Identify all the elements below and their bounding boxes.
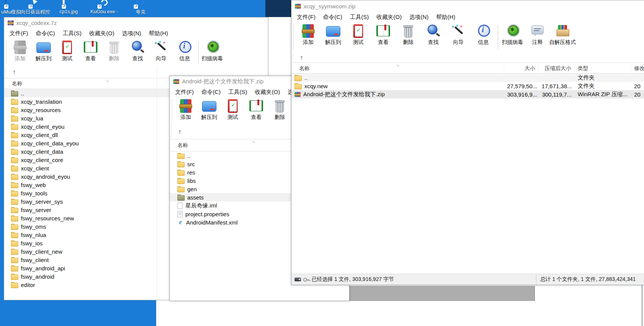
menu-item[interactable]: 命令(C) [32,29,59,38]
file-type-icon [177,162,185,167]
file-name: xcqy_client_eyou [21,123,64,130]
menu-item[interactable]: 文件(F) [293,13,319,22]
toolbar-icon [82,40,99,55]
toolbar-button[interactable]: 信息 [471,23,496,46]
toolbar-icon [425,23,442,39]
desktop-icon-sunflower[interactable]: 向日葵远程控 [19,0,52,16]
file-row[interactable]: xcqy.new 27,579,50... 17,671,38... 文件夹 2… [291,82,644,90]
file-name: xcqy_client_data_eyou [21,140,79,147]
titlebar[interactable]: xcqy_syymwcom.zip [291,0,644,12]
file-type-icon [11,216,18,221]
menu-item[interactable]: 命令(C) [319,13,346,22]
toolbar-button[interactable]: 注释 [525,23,550,46]
file-name: 星辰奇缘.iml [185,202,217,209]
sort-chevron-icon [396,63,400,67]
toolbar-button[interactable]: 解压到 [32,40,55,62]
menu-item[interactable]: 收藏夹(O) [373,13,406,22]
menu-item[interactable]: 文件(F) [6,29,32,38]
up-one-level-button[interactable]: ↑ [174,128,185,135]
file-type-icon [11,175,18,180]
toolbar-button[interactable]: 信息 [173,40,196,62]
menu-item[interactable]: 帮助(H) [145,29,172,38]
toolbar-button[interactable]: 测试 [221,98,244,121]
menu-item[interactable]: 选项(N) [406,13,432,22]
address-row: ↑ [291,52,644,63]
file-packed-size: 17,671,38... [539,83,575,89]
column-name[interactable]: 名称 [4,80,22,87]
column-type[interactable]: 类型 [575,65,631,72]
toolbar-button[interactable]: 添加 [8,40,32,62]
toolbar-icon [59,40,75,55]
toolbar-button[interactable]: 解压到 [197,98,221,121]
file-name: .. [187,153,190,159]
column-packed-size[interactable]: 压缩后大小 [539,65,575,72]
toolbar-icon [201,98,218,114]
desktop-icon-quark[interactable]: 夸克 [124,0,157,16]
toolbar-button[interactable]: 解压到 [321,23,346,46]
menu-item[interactable]: 工具(S) [346,13,373,22]
column-name[interactable]: 名称 [170,142,188,149]
shortcut-arrow-icon [4,5,8,9]
column-size[interactable]: 大小 [504,65,539,72]
menu-item[interactable]: 收藏夹(O) [251,88,284,97]
toolbar-button[interactable]: 查看 [79,40,102,62]
toolbar-button[interactable]: 删除 [102,40,126,62]
file-name: editor [21,282,35,288]
file-type-icon [11,191,18,197]
toolbar-button[interactable]: 查找 [126,40,149,62]
toolbar-icon [300,23,317,39]
toolbar-icon [12,40,28,55]
toolbar-button[interactable]: 删除 [268,98,291,121]
toolbar-icon [350,23,367,39]
up-one-level-button[interactable]: ↑ [9,69,20,75]
toolbar-button[interactable]: 测试 [346,23,371,46]
file-type-icon [295,76,302,81]
toolbar-button[interactable]: 向导 [149,40,173,62]
menu-item[interactable]: 工具(S) [224,88,251,97]
window-title: xcqy_syymwcom.zip [304,3,356,9]
toolbar-icon [529,23,546,39]
toolbar-button[interactable]: 删除 [396,23,421,46]
menu-item[interactable]: 文件(F) [171,88,197,97]
menu-item[interactable]: 工具(S) [59,29,85,38]
toolbar-button[interactable]: 查找 [421,23,446,46]
list-header: 名称 大小 压缩后大小 类型 修改时间 [291,63,644,73]
toolbar-button[interactable]: 向导 [446,23,471,46]
desktop-wallpaper-bottom [0,299,156,326]
desktop-icon-label: KuGou.exe - [91,9,118,14]
menu-item[interactable]: 命令(C) [197,88,224,97]
toolbar-button[interactable]: 自解压格式 [550,23,575,46]
toolbar-button[interactable]: 扫描病毒 [500,23,525,46]
file-name: xcqy_android_eyou [21,173,70,180]
toolbar-icon [35,40,52,55]
desktop-icon-kugou[interactable]: KuGou.exe - [88,0,121,14]
file-row[interactable]: Android-把这个文件发给我下.zip 303,916,9... 300,1… [291,90,644,98]
titlebar[interactable]: xcqy_codexx.7z [4,17,268,28]
drive-icon[interactable] [295,278,301,281]
file-type-icon [11,91,18,97]
file-row[interactable]: .. 文件夹 [291,73,644,82]
status-selection-text: 已经选择 1 文件, 303,916,927 字节 [312,276,394,283]
file-name: xcqy.new [304,83,327,89]
file-name: fswy_android_api [21,265,65,271]
toolbar-button[interactable]: 扫描病毒 [201,40,224,62]
file-type-icon [177,187,185,192]
toolbar-button[interactable]: 添加 [174,98,197,121]
desktop-icon-cp1s[interactable]: cp1s.jpg [52,0,85,14]
file-name: fswy_android [21,273,54,280]
column-modified[interactable]: 修改时间 [631,65,644,72]
toolbar-button[interactable]: 查看 [244,98,268,121]
toolbar-button[interactable]: 测试 [55,40,79,62]
desktop-icon-label: 夸克 [136,9,146,16]
toolbar-button[interactable]: 添加 [296,23,321,46]
file-type-icon [11,125,18,130]
menu-item[interactable]: 选项(N) [118,29,145,38]
menu-item[interactable]: 帮助(H) [432,13,459,22]
file-type-icon [11,166,18,172]
shortcut-arrow-icon [97,5,102,9]
menu-item[interactable]: 收藏夹(O) [85,29,118,38]
password-key-icon[interactable] [303,276,309,282]
toolbar-icon [375,23,392,39]
toolbar-button[interactable]: 查看 [371,23,396,46]
up-one-level-button[interactable]: ↑ [296,54,307,61]
